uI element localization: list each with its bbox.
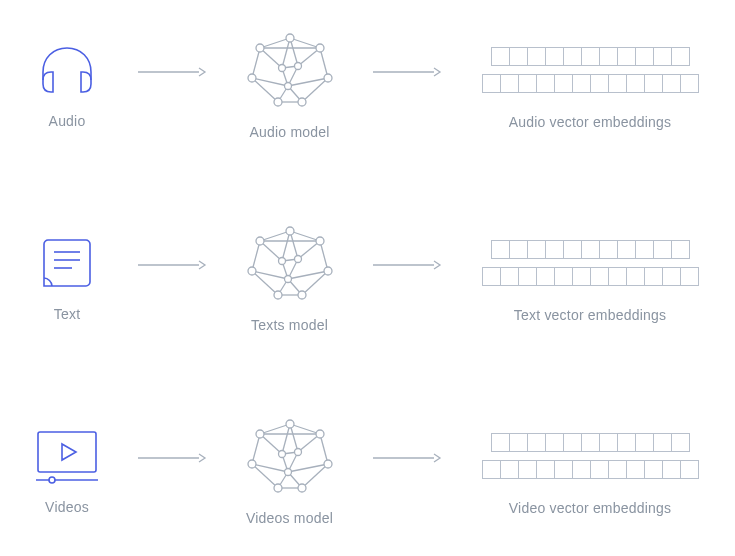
svg-point-92 xyxy=(324,460,332,468)
model-videos: Videos model xyxy=(240,416,340,526)
output-videos: Video vector embeddings xyxy=(475,426,705,516)
svg-line-40 xyxy=(302,271,328,295)
svg-point-61 xyxy=(278,258,285,265)
output-label: Video vector embeddings xyxy=(509,500,671,516)
svg-point-29 xyxy=(284,83,291,90)
arrow-icon xyxy=(372,258,442,272)
svg-line-5 xyxy=(252,78,278,102)
svg-line-36 xyxy=(290,231,320,241)
svg-point-54 xyxy=(286,227,294,235)
model-label: Texts model xyxy=(251,317,328,333)
input-label: Videos xyxy=(45,499,89,515)
svg-point-90 xyxy=(316,430,324,438)
svg-line-72 xyxy=(320,434,328,464)
svg-line-38 xyxy=(320,241,328,271)
svg-line-6 xyxy=(302,78,328,102)
svg-point-88 xyxy=(286,420,294,428)
svg-line-15 xyxy=(252,78,288,86)
svg-point-97 xyxy=(284,469,291,476)
svg-line-43 xyxy=(282,231,290,261)
row-audio: Audio xyxy=(30,30,705,140)
svg-line-3 xyxy=(252,48,260,78)
arrow-icon xyxy=(137,451,207,465)
svg-point-91 xyxy=(248,460,256,468)
svg-point-23 xyxy=(248,74,256,82)
network-icon xyxy=(240,416,340,496)
svg-line-35 xyxy=(260,231,290,241)
svg-point-22 xyxy=(316,44,324,52)
svg-point-20 xyxy=(286,34,294,42)
output-text: Text vector embeddings xyxy=(475,233,705,323)
output-label: Audio vector embeddings xyxy=(509,114,672,130)
embedding-cells-icon xyxy=(475,40,705,100)
svg-line-50 xyxy=(288,271,328,279)
svg-line-49 xyxy=(252,271,288,279)
svg-point-28 xyxy=(294,63,301,70)
input-audio: Audio xyxy=(30,41,104,129)
input-text: Text xyxy=(30,234,104,322)
svg-line-16 xyxy=(288,78,328,86)
svg-line-84 xyxy=(288,464,328,472)
svg-rect-65 xyxy=(38,432,96,472)
document-icon xyxy=(30,234,104,292)
svg-line-39 xyxy=(252,271,278,295)
model-audio: Audio model xyxy=(240,30,340,140)
svg-line-70 xyxy=(290,424,320,434)
embedding-cells-icon xyxy=(475,426,705,486)
output-audio: Audio vector embeddings xyxy=(475,40,705,130)
svg-point-55 xyxy=(256,237,264,245)
arrow-icon xyxy=(372,65,442,79)
svg-line-74 xyxy=(302,464,328,488)
svg-point-60 xyxy=(298,291,306,299)
model-text: Texts model xyxy=(240,223,340,333)
headphones-icon xyxy=(30,41,104,99)
svg-line-73 xyxy=(252,464,278,488)
svg-point-26 xyxy=(298,98,306,106)
svg-point-57 xyxy=(248,267,256,275)
svg-point-63 xyxy=(284,276,291,283)
svg-point-24 xyxy=(324,74,332,82)
row-videos: Videos xyxy=(30,416,705,526)
svg-point-89 xyxy=(256,430,264,438)
svg-point-56 xyxy=(316,237,324,245)
svg-point-94 xyxy=(298,484,306,492)
svg-line-71 xyxy=(252,434,260,464)
svg-line-4 xyxy=(320,48,328,78)
svg-point-59 xyxy=(274,291,282,299)
svg-point-58 xyxy=(324,267,332,275)
svg-line-83 xyxy=(252,464,288,472)
input-videos: Videos xyxy=(30,427,104,515)
embedding-cells-icon xyxy=(475,233,705,293)
arrow-icon xyxy=(137,258,207,272)
svg-point-95 xyxy=(278,451,285,458)
network-icon xyxy=(240,223,340,303)
svg-point-21 xyxy=(256,44,264,52)
svg-point-96 xyxy=(294,449,301,456)
svg-line-9 xyxy=(282,38,290,68)
svg-line-1 xyxy=(260,38,290,48)
svg-line-37 xyxy=(252,241,260,271)
row-text: Text T xyxy=(30,223,705,333)
input-label: Audio xyxy=(49,113,86,129)
input-label: Text xyxy=(54,306,80,322)
svg-point-93 xyxy=(274,484,282,492)
output-label: Text vector embeddings xyxy=(514,307,666,323)
arrow-icon xyxy=(372,451,442,465)
svg-line-77 xyxy=(282,424,290,454)
model-label: Videos model xyxy=(246,510,333,526)
svg-point-27 xyxy=(278,65,285,72)
arrow-icon xyxy=(137,65,207,79)
svg-point-67 xyxy=(49,477,55,483)
network-icon xyxy=(240,30,340,110)
video-player-icon xyxy=(30,427,104,485)
svg-point-25 xyxy=(274,98,282,106)
svg-line-2 xyxy=(290,38,320,48)
model-label: Audio model xyxy=(249,124,329,140)
svg-point-62 xyxy=(294,256,301,263)
svg-line-69 xyxy=(260,424,290,434)
